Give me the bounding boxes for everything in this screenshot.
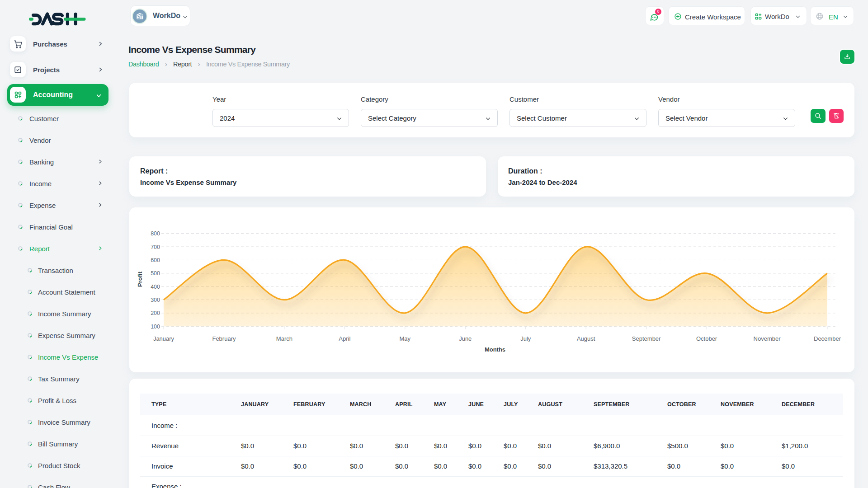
svg-text:400: 400 <box>151 284 160 290</box>
svg-text:200: 200 <box>151 310 160 316</box>
svg-text:Profit: Profit <box>137 271 143 287</box>
svg-text:June: June <box>459 335 472 342</box>
svg-text:800: 800 <box>151 230 160 237</box>
svg-text:300: 300 <box>151 297 160 303</box>
svg-text:100: 100 <box>151 324 160 330</box>
svg-text:January: January <box>153 335 175 342</box>
svg-text:September: September <box>632 335 661 342</box>
svg-text:600: 600 <box>151 257 160 263</box>
svg-text:February: February <box>212 335 236 342</box>
svg-text:March: March <box>276 335 292 342</box>
svg-text:August: August <box>577 335 595 342</box>
svg-text:December: December <box>814 335 841 342</box>
svg-text:July: July <box>520 335 531 342</box>
svg-text:April: April <box>339 335 350 342</box>
svg-text:May: May <box>400 335 411 342</box>
svg-text:November: November <box>754 335 781 342</box>
svg-text:500: 500 <box>151 270 160 277</box>
svg-text:Months: Months <box>485 346 505 353</box>
svg-text:October: October <box>696 335 717 342</box>
svg-text:700: 700 <box>151 244 160 250</box>
